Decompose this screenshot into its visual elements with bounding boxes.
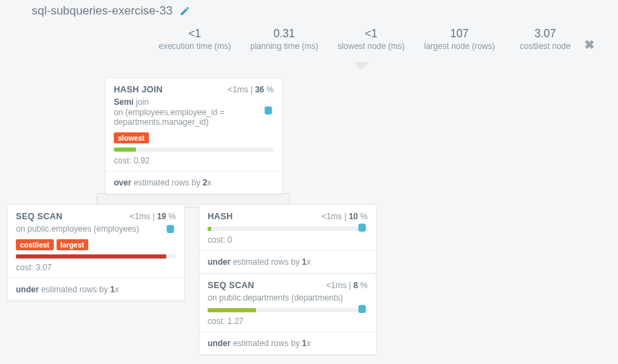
cost-bar-fill — [114, 148, 136, 152]
stat-label: planning time (ms) — [250, 41, 319, 51]
cost-line: cost: 1.27 — [208, 316, 368, 326]
tag-slowest: slowest — [114, 132, 149, 143]
cost-bar — [114, 148, 274, 152]
join-kind: Semi join — [114, 97, 274, 107]
cost-label: cost: — [208, 316, 225, 326]
node-header: HASH JOIN <1ms | 36 % — [114, 85, 274, 94]
on-clause: on (employees.employee_id = departments.… — [114, 108, 274, 127]
on-expr: public.departments (departments) — [219, 293, 343, 303]
tag-largest: largest — [57, 239, 88, 250]
est-mid: estimated rows by — [41, 285, 108, 294]
stat-label: execution time (ms) — [159, 41, 231, 51]
close-icon[interactable]: ✖ — [584, 37, 595, 52]
cost-label: cost: — [208, 235, 225, 245]
cost-bar — [208, 308, 368, 312]
on-prefix: on — [208, 293, 217, 303]
est-mid: estimated rows by — [233, 338, 300, 348]
estimate-line: under estimated rows by 1x — [16, 279, 176, 301]
est-dir: under — [208, 257, 230, 267]
node-metrics: <1ms | 36 % — [228, 85, 274, 94]
node-time-unit: ms — [139, 212, 150, 221]
node-type: SEQ SCAN — [208, 281, 255, 290]
est-dir: under — [208, 338, 230, 348]
stat-largest-node: 107 largest node (rows) — [424, 28, 495, 51]
cost-line: cost: 3.07 — [16, 263, 176, 272]
plan-node-seq-scan-departments[interactable]: SEQ SCAN <1ms | 8 % on public.department… — [199, 273, 377, 355]
on-clause: on public.departments (departments) — [208, 293, 368, 303]
on-clause: on public.employees (employees) — [16, 224, 176, 234]
stat-value: <1 — [337, 28, 404, 40]
estimate-line: under estimated rows by 1x — [208, 332, 368, 354]
tag-list: costliest largest — [16, 239, 176, 250]
plan-node-hash[interactable]: HASH <1ms | 10 % cost: 0 under estimated… — [199, 204, 377, 274]
pointer-triangle-icon — [353, 62, 370, 70]
node-type: HASH JOIN — [114, 85, 163, 94]
page-title-row: sql-subqueries-exercise-33 — [32, 4, 190, 18]
stat-planning-time: 0.31 planning time (ms) — [250, 28, 319, 51]
est-x: x — [114, 285, 119, 294]
node-pct: 19 — [157, 212, 166, 221]
cost-value: 0 — [228, 235, 232, 245]
est-x: x — [207, 178, 211, 188]
node-type: HASH — [208, 212, 233, 221]
stat-label: largest node (rows) — [424, 41, 495, 51]
node-pct: 8 — [353, 281, 358, 290]
est-x: x — [306, 257, 310, 267]
cost-bar-fill — [208, 308, 256, 312]
node-time-unit: ms — [331, 212, 342, 221]
cost-value: 0.92 — [134, 156, 150, 165]
stat-execution-time: <1 execution time (ms) — [159, 28, 231, 51]
database-icon[interactable] — [357, 304, 368, 317]
node-time: <1 — [228, 85, 237, 94]
node-type: SEQ SCAN — [16, 212, 63, 221]
stat-slowest-node: <1 slowest node (ms) — [337, 28, 404, 51]
stat-label: slowest node (ms) — [337, 41, 404, 51]
plan-title: sql-subqueries-exercise-33 — [32, 4, 172, 18]
node-time: <1 — [130, 212, 139, 221]
est-dir: under — [16, 285, 39, 294]
node-pct: 10 — [349, 212, 358, 221]
tag-list: slowest — [114, 132, 274, 143]
est-mid: estimated rows by — [233, 257, 300, 267]
on-prefix: on — [16, 224, 25, 234]
node-metrics: <1ms | 8 % — [326, 281, 368, 290]
tag-costliest: costliest — [16, 239, 54, 250]
plan-node-seq-scan-employees[interactable]: SEQ SCAN <1ms | 19 % on public.employees… — [7, 204, 185, 301]
cost-label: cost: — [16, 263, 33, 272]
cost-label: cost: — [114, 156, 131, 165]
est-x: x — [306, 338, 310, 348]
on-prefix: on — [114, 108, 123, 117]
cost-value: 3.07 — [36, 263, 52, 272]
plan-node-hash-join[interactable]: HASH JOIN <1ms | 36 % Semi join on (empl… — [105, 77, 283, 194]
node-pct: 36 — [255, 85, 264, 94]
on-expr: public.employees (employees) — [28, 224, 139, 234]
node-time-unit: ms — [336, 281, 347, 290]
cost-bar — [208, 227, 368, 231]
edit-icon[interactable] — [179, 6, 190, 17]
node-metrics: <1ms | 19 % — [130, 212, 176, 221]
stat-value: <1 — [159, 28, 231, 40]
stat-value: 107 — [424, 28, 495, 40]
node-header: HASH <1ms | 10 % — [208, 212, 368, 221]
stat-value: 0.31 — [250, 28, 319, 40]
join-kind-word: Semi — [114, 97, 134, 107]
cost-value: 1.27 — [228, 316, 243, 326]
node-time: <1 — [321, 212, 331, 221]
join-kind-suffix: join — [136, 97, 149, 107]
node-time: <1 — [326, 281, 336, 290]
database-icon[interactable] — [263, 105, 274, 119]
database-icon[interactable] — [357, 223, 368, 236]
node-time-unit: ms — [237, 85, 248, 94]
cost-bar-fill — [208, 227, 211, 231]
on-expr: (employees.employee_id = departments.man… — [114, 108, 224, 127]
est-dir: over — [114, 178, 131, 188]
node-header: SEQ SCAN <1ms | 19 % — [16, 212, 176, 221]
cost-line: cost: 0 — [208, 235, 368, 245]
cost-bar — [16, 254, 176, 259]
cost-bar-fill — [16, 254, 166, 259]
database-icon[interactable] — [165, 224, 176, 237]
estimate-line: under estimated rows by 1x — [208, 251, 368, 273]
node-header: SEQ SCAN <1ms | 8 % — [208, 281, 368, 290]
est-mid: estimated rows by — [134, 178, 201, 188]
stat-label: costliest node — [515, 41, 577, 51]
